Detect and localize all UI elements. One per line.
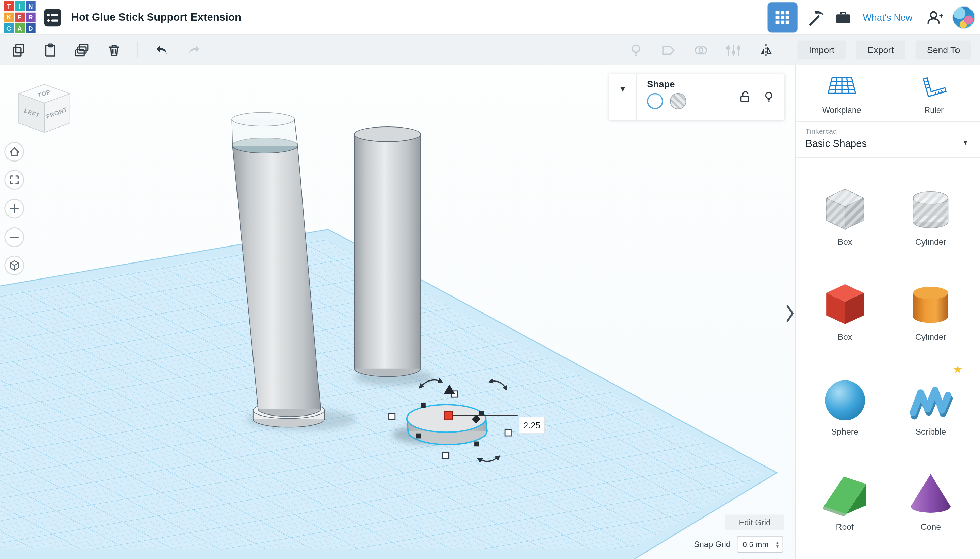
header-actions: What's New: [768, 2, 975, 32]
briefcase-icon: [834, 8, 853, 26]
shape-tile-label: Cylinder: [915, 332, 946, 342]
group-button[interactable]: [693, 42, 709, 58]
copy-icon: [10, 42, 26, 58]
whats-new-link[interactable]: What's New: [862, 12, 912, 22]
home-view-button[interactable]: [5, 142, 24, 161]
shape-collection-dropdown[interactable]: Tinkercad Basic Shapes ▼: [796, 121, 980, 158]
classes-button[interactable]: [830, 4, 856, 30]
send-to-button[interactable]: Send To: [916, 40, 971, 59]
caret-down-icon: ▼: [619, 84, 627, 120]
copy-button[interactable]: [10, 42, 26, 58]
undo-button[interactable]: [154, 42, 170, 58]
person-add-icon: [925, 8, 944, 26]
sidebar-collapse-handle[interactable]: [784, 304, 796, 324]
undo-icon: [154, 42, 170, 58]
delete-button[interactable]: [106, 42, 122, 58]
selected-disc[interactable]: [407, 405, 487, 445]
support-cylinder-right[interactable]: [354, 127, 421, 377]
workplane-tool[interactable]: Workplane: [796, 74, 888, 115]
inspector-collapse-button[interactable]: ▼: [609, 74, 637, 120]
cone-icon: [904, 468, 957, 520]
inspector-body: Shape: [637, 74, 784, 120]
cylinder-orange-icon: [904, 278, 957, 330]
paste-icon: [42, 42, 58, 58]
invite-user-button[interactable]: [921, 4, 947, 30]
active-scale-handle[interactable]: [444, 412, 453, 420]
shape-tile-cylinder-hole[interactable]: Cylinder: [888, 183, 974, 246]
shape-tile-cylinder[interactable]: Cylinder: [888, 278, 974, 341]
logo-letter: I: [15, 2, 25, 11]
logo-letter: D: [25, 23, 35, 33]
import-button[interactable]: Import: [798, 40, 846, 59]
design-title[interactable]: Hot Glue Stick Support Extension: [71, 11, 241, 23]
user-avatar[interactable]: [952, 6, 975, 28]
view-cube[interactable]: TOP LEFT FRONT: [19, 84, 70, 132]
ruler-icon: [919, 74, 949, 100]
roof-icon: [819, 468, 871, 520]
scene-canvas[interactable]: TOP LEFT FRONT: [0, 65, 795, 559]
shape-tile-box[interactable]: Box: [802, 278, 888, 341]
mirror-icon: [758, 42, 773, 58]
logo-letter: K: [4, 12, 13, 22]
shape-tile-label: Roof: [836, 522, 854, 532]
sphere-icon: [819, 373, 871, 425]
redo-icon: [186, 42, 202, 58]
favorite-star-icon[interactable]: ★: [953, 363, 963, 376]
logo-letter: N: [25, 2, 35, 11]
caret-down-icon: ▼: [962, 139, 969, 146]
group-icon: [693, 42, 708, 58]
cylinder-striped-icon: [904, 183, 957, 235]
snap-grid-spinner[interactable]: ▲ ▼: [776, 541, 783, 548]
collection-source-label: Tinkercad: [806, 127, 970, 135]
logo-letter: E: [15, 12, 25, 22]
ruler-tool[interactable]: Ruler: [888, 74, 980, 115]
snap-grid-control: Snap Grid 0.5 mm ▲ ▼: [694, 536, 783, 553]
hole-material-swatch[interactable]: [670, 93, 686, 109]
logo-letter: R: [25, 12, 35, 22]
caret-down-icon: ▼: [776, 544, 779, 548]
app-header: T I N K E R C A D Hot Glue Stick Support…: [0, 0, 980, 35]
shape-tile-box-hole[interactable]: Box: [802, 183, 888, 246]
dimension-input[interactable]: 2.25: [519, 417, 545, 433]
lightbulb-icon[interactable]: [762, 90, 776, 103]
snap-grid-label: Snap Grid: [694, 540, 731, 549]
box-striped-icon: [819, 183, 871, 235]
shape-gallery: Box Cylinder: [796, 158, 980, 531]
edit-grid-button[interactable]: Edit Grid: [725, 514, 784, 530]
lock-icon[interactable]: [738, 90, 752, 103]
shape-tile-roof[interactable]: Roof: [802, 468, 888, 531]
redo-button[interactable]: [186, 42, 202, 58]
toolbar-left-group: [10, 42, 202, 58]
inspector-icons: [738, 90, 776, 103]
export-button[interactable]: Export: [856, 40, 905, 59]
design-menu-button[interactable]: [42, 7, 63, 28]
align-icon: [725, 42, 741, 58]
minecraft-mode-button[interactable]: [804, 4, 830, 30]
shape-tile-scribble[interactable]: ★ Scribble: [888, 373, 974, 437]
scribble-icon: [904, 373, 957, 425]
view-nav-buttons: [5, 142, 24, 275]
shape-tile-cone[interactable]: Cone: [888, 468, 974, 531]
io-buttons: Import Export Send To: [798, 40, 972, 59]
shape-tile-label: Sphere: [831, 427, 859, 437]
shape-tile-sphere[interactable]: Sphere: [802, 373, 888, 437]
tinkercad-logo[interactable]: T I N K E R C A D: [4, 2, 36, 33]
paste-button[interactable]: [42, 42, 58, 58]
viewport-3d[interactable]: TOP LEFT FRONT: [0, 65, 795, 559]
shape-tile-label: Box: [837, 332, 852, 342]
duplicate-button[interactable]: [74, 42, 90, 58]
mirror-button[interactable]: [758, 42, 774, 58]
shape-tile-label: Cylinder: [915, 237, 946, 247]
solid-color-swatch[interactable]: [647, 93, 663, 109]
shape-inspector-panel: ▼ Shape: [609, 74, 784, 120]
show-hidden-button[interactable]: [627, 42, 644, 58]
align-button[interactable]: [725, 42, 741, 58]
logo-letter: A: [15, 23, 25, 33]
dashboard-grid-button[interactable]: [768, 2, 798, 32]
list-menu-icon: [43, 7, 63, 27]
box-red-icon: [819, 278, 871, 330]
fit-view-button[interactable]: [5, 170, 24, 189]
snap-grid-select[interactable]: 0.5 mm ▲ ▼: [737, 536, 783, 553]
workplane-icon: [827, 74, 857, 100]
notes-button[interactable]: [660, 42, 677, 58]
